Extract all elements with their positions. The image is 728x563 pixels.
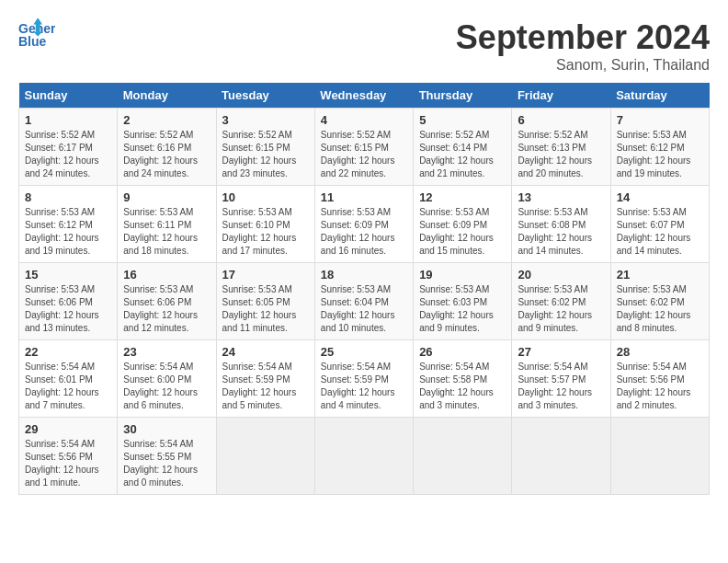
calendar-day-cell: 23 Sunrise: 5:54 AMSunset: 6:00 PMDaylig…	[118, 340, 216, 418]
calendar-day-cell: 22 Sunrise: 5:54 AMSunset: 6:01 PMDaylig…	[19, 340, 118, 418]
calendar-week-row: 15 Sunrise: 5:53 AMSunset: 6:06 PMDaylig…	[19, 263, 710, 340]
calendar-day-cell: 30 Sunrise: 5:54 AMSunset: 5:55 PMDaylig…	[118, 418, 216, 495]
calendar-day-cell: 28 Sunrise: 5:54 AMSunset: 5:56 PMDaylig…	[610, 340, 709, 418]
day-info: Sunrise: 5:52 AMSunset: 6:14 PMDaylight:…	[419, 130, 494, 178]
calendar-day-cell	[216, 418, 314, 495]
day-info: Sunrise: 5:53 AMSunset: 6:02 PMDaylight:…	[617, 284, 691, 333]
weekday-header: Tuesday	[216, 83, 314, 109]
day-info: Sunrise: 5:54 AMSunset: 5:59 PMDaylight:…	[321, 362, 395, 410]
day-number: 21	[617, 268, 703, 282]
calendar-header: SundayMondayTuesdayWednesdayThursdayFrid…	[19, 83, 710, 109]
day-number: 17	[222, 268, 309, 282]
day-number: 15	[25, 268, 111, 282]
calendar-day-cell: 10 Sunrise: 5:53 AMSunset: 6:10 PMDaylig…	[216, 186, 314, 263]
calendar-day-cell: 12 Sunrise: 5:53 AMSunset: 6:09 PMDaylig…	[414, 186, 512, 263]
calendar-day-cell	[414, 418, 512, 495]
day-number: 14	[617, 190, 703, 204]
day-info: Sunrise: 5:53 AMSunset: 6:07 PMDaylight:…	[617, 207, 691, 256]
calendar-day-cell: 25 Sunrise: 5:54 AMSunset: 5:59 PMDaylig…	[314, 340, 413, 418]
day-info: Sunrise: 5:54 AMSunset: 6:00 PMDaylight:…	[123, 362, 198, 410]
day-number: 10	[222, 190, 309, 204]
calendar-day-cell: 26 Sunrise: 5:54 AMSunset: 5:58 PMDaylig…	[414, 340, 512, 418]
day-info: Sunrise: 5:52 AMSunset: 6:13 PMDaylight:…	[518, 130, 592, 178]
weekday-header: Saturday	[610, 83, 709, 109]
calendar-day-cell	[314, 418, 413, 495]
calendar-day-cell: 5 Sunrise: 5:52 AMSunset: 6:14 PMDayligh…	[414, 109, 512, 186]
day-number: 8	[25, 190, 111, 204]
day-info: Sunrise: 5:53 AMSunset: 6:11 PMDaylight:…	[123, 207, 198, 256]
calendar-day-cell: 21 Sunrise: 5:53 AMSunset: 6:02 PMDaylig…	[610, 263, 709, 340]
calendar-week-row: 8 Sunrise: 5:53 AMSunset: 6:12 PMDayligh…	[19, 186, 710, 263]
day-info: Sunrise: 5:53 AMSunset: 6:10 PMDaylight:…	[222, 207, 297, 256]
day-number: 12	[419, 190, 506, 204]
day-info: Sunrise: 5:53 AMSunset: 6:04 PMDaylight:…	[321, 284, 395, 333]
calendar-day-cell: 14 Sunrise: 5:53 AMSunset: 6:07 PMDaylig…	[610, 186, 709, 263]
calendar-day-cell	[512, 418, 610, 495]
month-title: September 2024	[456, 18, 710, 57]
day-number: 9	[123, 190, 210, 204]
calendar-day-cell: 9 Sunrise: 5:53 AMSunset: 6:11 PMDayligh…	[118, 186, 216, 263]
calendar-table: SundayMondayTuesdayWednesdayThursdayFrid…	[18, 83, 710, 495]
day-number: 30	[123, 422, 210, 436]
day-info: Sunrise: 5:53 AMSunset: 6:09 PMDaylight:…	[419, 207, 494, 256]
day-number: 4	[321, 113, 407, 127]
calendar-day-cell	[610, 418, 709, 495]
day-info: Sunrise: 5:54 AMSunset: 5:57 PMDaylight:…	[518, 362, 592, 410]
day-number: 29	[25, 422, 111, 436]
day-info: Sunrise: 5:52 AMSunset: 6:15 PMDaylight:…	[321, 130, 395, 178]
day-number: 27	[518, 345, 604, 359]
logo: General Blue	[18, 18, 55, 52]
day-number: 1	[25, 113, 111, 127]
calendar-day-cell: 17 Sunrise: 5:53 AMSunset: 6:05 PMDaylig…	[216, 263, 314, 340]
calendar-day-cell: 1 Sunrise: 5:52 AMSunset: 6:17 PMDayligh…	[19, 109, 118, 186]
svg-text:Blue: Blue	[18, 34, 47, 49]
calendar-day-cell: 13 Sunrise: 5:53 AMSunset: 6:08 PMDaylig…	[512, 186, 610, 263]
calendar-day-cell: 27 Sunrise: 5:54 AMSunset: 5:57 PMDaylig…	[512, 340, 610, 418]
calendar-week-row: 22 Sunrise: 5:54 AMSunset: 6:01 PMDaylig…	[19, 340, 710, 418]
weekday-header: Sunday	[19, 83, 118, 109]
day-info: Sunrise: 5:53 AMSunset: 6:03 PMDaylight:…	[419, 284, 494, 333]
day-number: 25	[321, 345, 407, 359]
day-number: 20	[518, 268, 604, 282]
calendar-day-cell: 16 Sunrise: 5:53 AMSunset: 6:06 PMDaylig…	[118, 263, 216, 340]
day-info: Sunrise: 5:52 AMSunset: 6:15 PMDaylight:…	[222, 130, 297, 178]
calendar-day-cell: 18 Sunrise: 5:53 AMSunset: 6:04 PMDaylig…	[314, 263, 413, 340]
weekday-header: Thursday	[414, 83, 512, 109]
day-info: Sunrise: 5:54 AMSunset: 5:56 PMDaylight:…	[617, 362, 691, 410]
day-number: 22	[25, 345, 111, 359]
day-number: 23	[123, 345, 210, 359]
calendar-day-cell: 8 Sunrise: 5:53 AMSunset: 6:12 PMDayligh…	[19, 186, 118, 263]
calendar-day-cell: 11 Sunrise: 5:53 AMSunset: 6:09 PMDaylig…	[314, 186, 413, 263]
calendar-day-cell: 6 Sunrise: 5:52 AMSunset: 6:13 PMDayligh…	[512, 109, 610, 186]
header: General Blue September 2024 Sanom, Surin…	[18, 18, 710, 74]
weekday-header: Wednesday	[314, 83, 413, 109]
calendar-day-cell: 19 Sunrise: 5:53 AMSunset: 6:03 PMDaylig…	[414, 263, 512, 340]
day-info: Sunrise: 5:53 AMSunset: 6:08 PMDaylight:…	[518, 207, 592, 256]
calendar-day-cell: 2 Sunrise: 5:52 AMSunset: 6:16 PMDayligh…	[118, 109, 216, 186]
calendar-day-cell: 7 Sunrise: 5:53 AMSunset: 6:12 PMDayligh…	[610, 109, 709, 186]
day-number: 18	[321, 268, 407, 282]
day-number: 26	[419, 345, 506, 359]
day-number: 16	[123, 268, 210, 282]
day-info: Sunrise: 5:53 AMSunset: 6:09 PMDaylight:…	[321, 207, 395, 256]
day-number: 6	[518, 113, 604, 127]
calendar-day-cell: 24 Sunrise: 5:54 AMSunset: 5:59 PMDaylig…	[216, 340, 314, 418]
day-info: Sunrise: 5:53 AMSunset: 6:02 PMDaylight:…	[518, 284, 592, 333]
day-number: 13	[518, 190, 604, 204]
title-area: September 2024 Sanom, Surin, Thailand	[456, 18, 710, 74]
day-number: 24	[222, 345, 309, 359]
day-info: Sunrise: 5:54 AMSunset: 5:59 PMDaylight:…	[222, 362, 297, 410]
calendar-day-cell: 29 Sunrise: 5:54 AMSunset: 5:56 PMDaylig…	[19, 418, 118, 495]
day-info: Sunrise: 5:54 AMSunset: 5:58 PMDaylight:…	[419, 362, 494, 410]
calendar-week-row: 1 Sunrise: 5:52 AMSunset: 6:17 PMDayligh…	[19, 109, 710, 186]
day-info: Sunrise: 5:54 AMSunset: 6:01 PMDaylight:…	[25, 362, 99, 410]
day-info: Sunrise: 5:53 AMSunset: 6:06 PMDaylight:…	[123, 284, 198, 333]
calendar-day-cell: 4 Sunrise: 5:52 AMSunset: 6:15 PMDayligh…	[314, 109, 413, 186]
day-info: Sunrise: 5:53 AMSunset: 6:12 PMDaylight:…	[25, 207, 99, 256]
day-number: 7	[617, 113, 703, 127]
day-info: Sunrise: 5:54 AMSunset: 5:56 PMDaylight:…	[25, 439, 99, 488]
day-info: Sunrise: 5:53 AMSunset: 6:12 PMDaylight:…	[617, 130, 691, 178]
logo-icon: General Blue	[18, 18, 55, 52]
weekday-header: Monday	[118, 83, 216, 109]
day-info: Sunrise: 5:54 AMSunset: 5:55 PMDaylight:…	[123, 439, 198, 488]
